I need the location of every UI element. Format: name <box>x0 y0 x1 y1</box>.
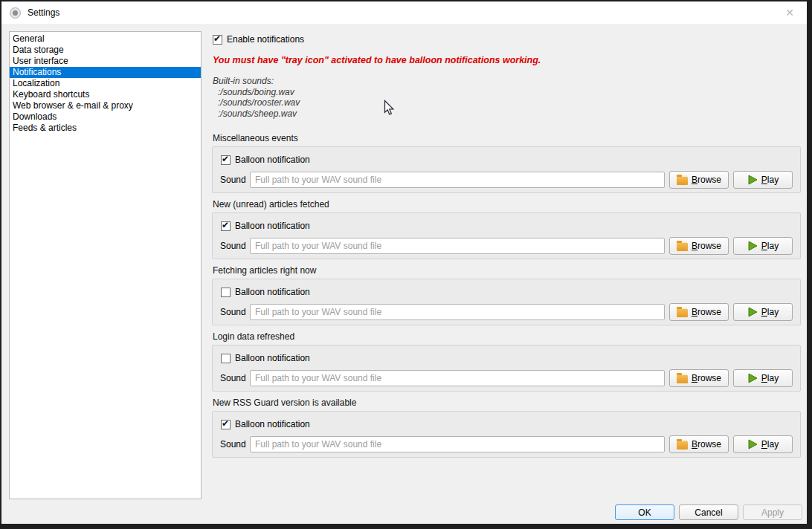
balloon-notification-checkbox[interactable] <box>221 155 231 165</box>
sound-path-input[interactable] <box>250 172 665 188</box>
enable-notifications-label: Enable notifications <box>227 34 304 45</box>
section-title: Miscellaneous events <box>212 134 801 143</box>
play-button-label: Play <box>761 307 779 317</box>
sound-label: Sound <box>220 307 250 317</box>
sound-path-input[interactable] <box>250 436 665 452</box>
balloon-notification-label: Balloon notification <box>235 155 310 165</box>
play-icon <box>747 241 758 251</box>
sidebar-item[interactable]: Feeds & articles <box>10 123 201 134</box>
apply-button[interactable]: Apply <box>743 504 802 520</box>
section-title: Fetching articles right now <box>212 266 801 276</box>
browse-button[interactable]: Browse <box>669 369 729 387</box>
section-title: Login data refreshed <box>212 332 801 342</box>
ok-button[interactable]: OK <box>615 504 674 520</box>
play-button[interactable]: Play <box>733 435 793 453</box>
sidebar-item[interactable]: Downloads <box>10 111 201 123</box>
section-groupbox: Balloon notification Sound Browse Play <box>212 345 801 392</box>
notification-section: Fetching articles right now Balloon noti… <box>212 266 801 325</box>
balloon-notification-label: Balloon notification <box>235 419 310 429</box>
browse-button[interactable]: Browse <box>669 237 729 255</box>
notification-section: New RSS Guard version is available Ballo… <box>212 398 801 458</box>
balloon-notification-row[interactable]: Balloon notification <box>221 419 310 429</box>
browse-button[interactable]: Browse <box>669 171 729 189</box>
tray-icon-warning-text: You must have "tray icon" activated to h… <box>213 55 541 65</box>
builtin-sounds-heading: Built-in sounds: <box>213 76 300 87</box>
play-icon <box>747 373 758 383</box>
sidebar-item[interactable]: Web browser & e-mail & proxy <box>10 100 201 111</box>
sidebar-item[interactable]: User interface <box>10 56 201 67</box>
balloon-notification-row[interactable]: Balloon notification <box>221 287 310 297</box>
play-icon <box>747 439 758 450</box>
sound-label: Sound <box>220 241 250 251</box>
browse-button-label: Browse <box>692 175 721 185</box>
balloon-notification-checkbox[interactable] <box>221 288 231 297</box>
settings-category-list: General Data storage User interface Noti… <box>9 31 202 499</box>
play-button-label: Play <box>761 241 779 251</box>
play-button-label: Play <box>761 373 779 383</box>
browse-button[interactable]: Browse <box>669 303 729 321</box>
sound-row: Sound Browse Play <box>220 369 793 387</box>
enable-notifications-row[interactable]: Enable notifications <box>213 34 304 45</box>
notification-section: Login data refreshed Balloon notificatio… <box>212 332 801 392</box>
balloon-notification-label: Balloon notification <box>235 353 310 363</box>
browse-button[interactable]: Browse <box>669 435 729 453</box>
sound-path-input[interactable] <box>250 238 665 254</box>
folder-icon <box>677 309 688 317</box>
notification-sections: Miscellaneous events Balloon notificatio… <box>212 134 801 464</box>
play-button[interactable]: Play <box>733 369 793 387</box>
play-button[interactable]: Play <box>733 171 793 189</box>
notification-section: Miscellaneous events Balloon notificatio… <box>212 134 801 193</box>
window-title: Settings <box>28 7 59 18</box>
balloon-notification-label: Balloon notification <box>235 221 310 231</box>
sound-path-input[interactable] <box>250 304 665 320</box>
balloon-notification-checkbox[interactable] <box>221 354 231 363</box>
balloon-notification-checkbox[interactable] <box>221 221 231 231</box>
sound-row: Sound Browse Play <box>220 303 793 321</box>
screen: { "window": { "title": "Settings", "clos… <box>0 0 812 529</box>
section-groupbox: Balloon notification Sound Browse Play <box>212 146 801 193</box>
balloon-notification-row[interactable]: Balloon notification <box>221 353 310 363</box>
sound-row: Sound Browse Play <box>220 237 793 255</box>
section-groupbox: Balloon notification Sound Browse Play <box>212 212 801 259</box>
section-groupbox: Balloon notification Sound Browse Play <box>212 411 801 458</box>
browse-button-label: Browse <box>692 241 721 251</box>
dialog-buttons: OK Cancel Apply <box>615 504 802 520</box>
builtin-sounds-block: Built-in sounds: :/sounds/boing.wav :/so… <box>213 76 300 119</box>
enable-notifications-checkbox[interactable] <box>213 35 222 45</box>
sound-path-input[interactable] <box>250 370 665 386</box>
browse-button-label: Browse <box>692 307 721 317</box>
builtin-sound-path: :/sounds/boing.wav <box>213 87 300 98</box>
play-icon <box>747 175 758 185</box>
sidebar-item[interactable]: Keyboard shortcuts <box>10 89 201 100</box>
balloon-notification-row[interactable]: Balloon notification <box>221 221 310 231</box>
play-button[interactable]: Play <box>733 303 793 321</box>
play-icon <box>747 307 758 317</box>
sidebar-item[interactable]: Data storage <box>10 45 201 56</box>
sound-label: Sound <box>220 439 250 450</box>
settings-window: Settings ✕ General Data storage User int… <box>1 1 807 524</box>
sidebar-item[interactable]: General <box>10 33 201 45</box>
balloon-notification-row[interactable]: Balloon notification <box>221 155 310 165</box>
sound-label: Sound <box>220 175 250 185</box>
title-bar[interactable]: Settings ✕ <box>1 1 807 24</box>
folder-icon <box>677 375 688 383</box>
cancel-button[interactable]: Cancel <box>679 504 738 520</box>
sound-row: Sound Browse Play <box>220 435 793 453</box>
play-button[interactable]: Play <box>733 237 793 255</box>
balloon-notification-checkbox[interactable] <box>221 420 231 429</box>
browse-button-label: Browse <box>692 439 721 450</box>
sidebar-item[interactable]: Localization <box>10 78 201 89</box>
builtin-sound-path: :/sounds/sheep.wav <box>213 108 300 120</box>
play-button-label: Play <box>761 439 779 450</box>
section-groupbox: Balloon notification Sound Browse Play <box>212 279 801 325</box>
sound-label: Sound <box>220 373 250 383</box>
section-title: New RSS Guard version is available <box>212 398 801 408</box>
folder-icon <box>677 441 688 450</box>
play-button-label: Play <box>761 175 779 185</box>
sidebar-item[interactable]: Notifications <box>10 67 201 78</box>
close-icon[interactable]: ✕ <box>777 1 802 24</box>
balloon-notification-label: Balloon notification <box>235 287 310 297</box>
folder-icon <box>677 243 688 251</box>
builtin-sound-path: :/sounds/rooster.wav <box>213 97 300 108</box>
folder-icon <box>677 177 688 185</box>
